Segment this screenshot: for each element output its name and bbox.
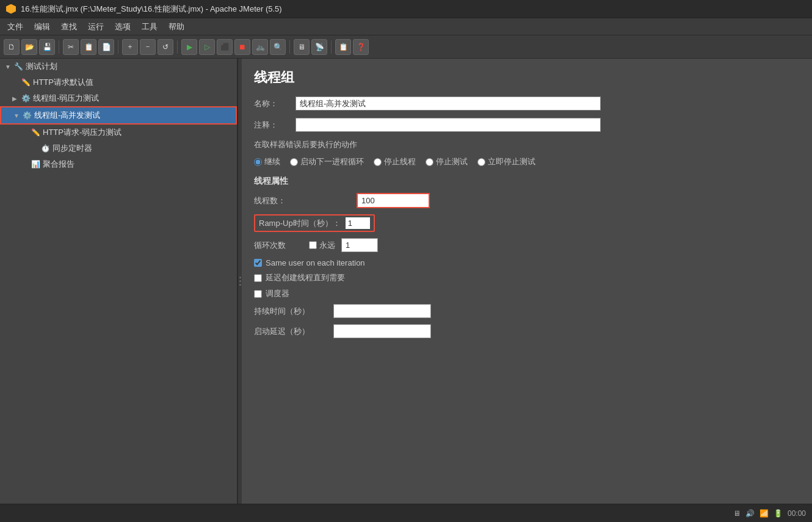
name-input[interactable] <box>295 96 601 111</box>
sidebar-label-thread-weak: 线程组-弱压力测试 <box>33 93 99 104</box>
start-delay-row: 启动延迟（秒） <box>254 324 800 338</box>
tree-arrow-high: ▼ <box>13 112 20 119</box>
comment-label: 注释： <box>254 120 291 131</box>
remote-button[interactable]: 🖥 <box>294 39 310 55</box>
thread-count-row: 线程数： <box>254 193 800 208</box>
tree-arrow: ▼ <box>5 63 11 70</box>
scheduler-label: 调度器 <box>266 288 289 299</box>
clear-button[interactable]: 🚲 <box>252 39 268 55</box>
scheduler-checkbox[interactable] <box>254 290 262 298</box>
sidebar-label-sync-timer: 同步定时器 <box>53 143 92 154</box>
split-dot-2 <box>239 280 241 282</box>
radio-stop-test-label: 停止测试 <box>436 156 468 167</box>
sidebar-item-http-default[interactable]: ✏️ HTTP请求默认值 <box>0 74 237 90</box>
delay-create-checkbox[interactable] <box>254 274 262 282</box>
loop-label: 循环次数 <box>254 240 303 251</box>
remote2-button[interactable]: 📡 <box>311 39 327 55</box>
menu-find[interactable]: 查找 <box>56 20 82 34</box>
menu-bar: 文件 编辑 查找 运行 选项 工具 帮助 <box>0 18 812 35</box>
sidebar-label-http-request-weak: HTTP请求-弱压力测试 <box>43 127 121 138</box>
http-default-icon: ✏️ <box>21 78 31 87</box>
ramp-up-input[interactable] <box>346 217 370 229</box>
log-button[interactable]: 📋 <box>335 39 351 55</box>
name-label: 名称： <box>254 98 291 109</box>
comment-row: 注释： <box>254 118 800 132</box>
paste-button[interactable]: 📄 <box>98 39 114 55</box>
sidebar-label-http-default: HTTP请求默认值 <box>33 77 93 88</box>
cut-button[interactable]: ✂ <box>63 39 79 55</box>
sidebar-item-agg-report[interactable]: 📊 聚合报告 <box>0 156 237 172</box>
sidebar-item-sync-timer[interactable]: ⏱️ 同步定时器 <box>0 140 237 156</box>
new-button[interactable]: 🗋 <box>4 39 20 55</box>
duration-row: 持续时间（秒） <box>254 304 800 318</box>
scheduler-row: 调度器 <box>254 288 800 299</box>
forever-label[interactable]: 永远 <box>309 240 335 251</box>
clearall-button[interactable]: 🔍 <box>270 39 286 55</box>
sidebar-item-http-request-weak[interactable]: ✏️ HTTP请求-弱压力测试 <box>0 125 237 140</box>
title-bar: 16.性能测试.jmx (F:\JMeter_Study\16.性能测试.jmx… <box>0 0 812 18</box>
ramp-up-label: Ramp-Up时间（秒）： <box>259 218 341 229</box>
same-user-label: Same user on each iteration <box>266 258 365 267</box>
collapse-button[interactable]: － <box>140 39 156 55</box>
status-icon-2: 🔊 <box>745 509 755 518</box>
menu-run[interactable]: 运行 <box>83 20 109 34</box>
status-icon-1: 🖥 <box>733 509 741 518</box>
menu-help[interactable]: 帮助 <box>164 20 189 34</box>
sidebar-label-agg-report: 聚合报告 <box>43 159 74 170</box>
separator-4 <box>289 40 290 54</box>
delay-create-row: 延迟创建线程直到需要 <box>254 272 800 283</box>
radio-stop-thread-label: 停止线程 <box>384 156 416 167</box>
sidebar-label-test-plan: 测试计划 <box>26 61 57 72</box>
loop-count-input[interactable] <box>341 238 378 252</box>
stopnow-button[interactable]: ⏹ <box>234 39 250 55</box>
test-plan-icon: 🔧 <box>13 62 23 71</box>
content-panel: 线程组 名称： 注释： 在取样器错误后要执行的动作 继续 启动下一进程循环 停止… <box>242 59 812 504</box>
thread-props-title: 线程属性 <box>254 176 800 187</box>
radio-stop-thread[interactable]: 停止线程 <box>374 156 416 167</box>
radio-stop-now[interactable]: 立即停止测试 <box>477 156 535 167</box>
radio-start-next[interactable]: 启动下一进程循环 <box>290 156 364 167</box>
radio-start-next-label: 启动下一进程循环 <box>300 156 364 167</box>
help-toolbar-button[interactable]: ❓ <box>353 39 369 55</box>
menu-options[interactable]: 选项 <box>110 20 136 34</box>
radio-stop-test[interactable]: 停止测试 <box>426 156 468 167</box>
sidebar: ▼ 🔧 测试计划 ✏️ HTTP请求默认值 ▶ ⚙️ 线程组-弱压力测试 ▼ ⚙… <box>0 59 238 504</box>
sync-timer-icon: ⏱️ <box>40 143 50 153</box>
agg-report-icon: 📊 <box>31 159 40 169</box>
stop-button[interactable]: ⬛ <box>217 39 233 55</box>
ramp-up-row: Ramp-Up时间（秒）： <box>254 214 800 232</box>
same-user-checkbox[interactable] <box>254 259 262 267</box>
save-button[interactable]: 💾 <box>39 39 55 55</box>
status-right: 🖥 🔊 📶 🔋 00:00 <box>733 509 806 518</box>
duration-input[interactable] <box>333 304 431 318</box>
main-layout: ▼ 🔧 测试计划 ✏️ HTTP请求默认值 ▶ ⚙️ 线程组-弱压力测试 ▼ ⚙… <box>0 59 812 504</box>
expand-button[interactable]: ＋ <box>122 39 138 55</box>
thread-high-icon: ⚙️ <box>22 111 32 120</box>
start-delay-input[interactable] <box>333 324 431 338</box>
open-button[interactable]: 📂 <box>21 39 37 55</box>
sidebar-item-test-plan[interactable]: ▼ 🔧 测试计划 <box>0 59 237 74</box>
menu-tools[interactable]: 工具 <box>137 20 162 34</box>
split-dot-1 <box>239 277 241 278</box>
status-icon-3: 📶 <box>759 509 769 518</box>
menu-edit[interactable]: 编辑 <box>29 20 55 34</box>
thread-count-input[interactable] <box>357 193 430 208</box>
thread-properties-section: 线程属性 线程数： Ramp-Up时间（秒）： 循环次数 永远 <box>254 176 800 338</box>
status-bar: 🖥 🔊 📶 🔋 00:00 <box>0 504 812 522</box>
comment-input[interactable] <box>295 118 601 132</box>
loop-row: 循环次数 永远 <box>254 238 800 252</box>
play-nocookies-button[interactable]: ▷ <box>199 39 215 55</box>
menu-file[interactable]: 文件 <box>2 20 28 34</box>
sidebar-item-thread-high[interactable]: ▼ ⚙️ 线程组-高并发测试 <box>0 106 237 125</box>
sidebar-item-thread-weak[interactable]: ▶ ⚙️ 线程组-弱压力测试 <box>0 90 237 106</box>
http-req-icon: ✏️ <box>31 128 40 137</box>
forever-checkbox[interactable] <box>309 241 317 249</box>
thread-weak-icon: ⚙️ <box>21 93 31 103</box>
copy-button[interactable]: 📋 <box>81 39 96 55</box>
refresh-button[interactable]: ↺ <box>158 39 173 55</box>
radio-continue[interactable]: 继续 <box>254 156 280 167</box>
title-text: 16.性能测试.jmx (F:\JMeter_Study\16.性能测试.jmx… <box>21 4 282 15</box>
same-user-row: Same user on each iteration <box>254 258 800 267</box>
play-button[interactable]: ▶ <box>181 39 197 55</box>
separator-1 <box>59 40 59 54</box>
